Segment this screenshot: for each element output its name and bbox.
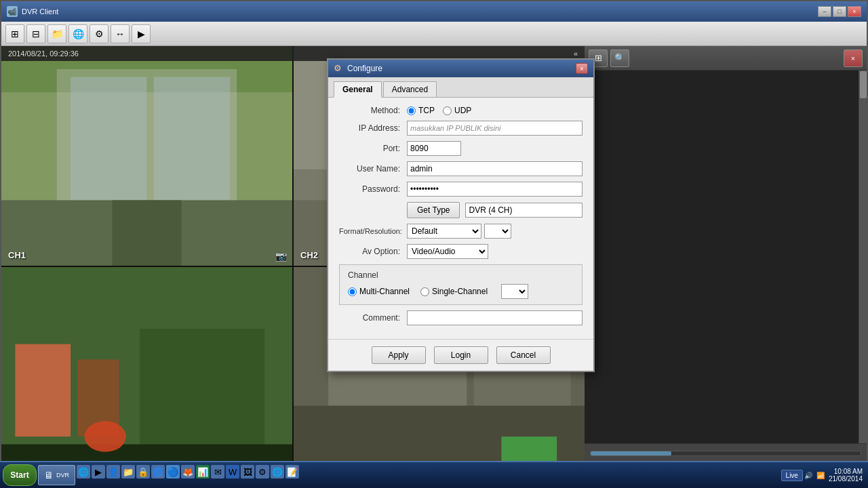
volume-icon[interactable]: 🔊	[804, 472, 812, 479]
panel-btn-close[interactable]: ×	[844, 49, 863, 67]
taskbar-live-status: Live	[781, 470, 803, 481]
toolbar-btn-play[interactable]: ▶	[132, 24, 151, 43]
toolbar-btn-network[interactable]: 🌐	[68, 24, 87, 43]
ip-label: IP Address:	[339, 123, 407, 133]
tab-general[interactable]: General	[334, 81, 382, 98]
minimize-button[interactable]: –	[818, 6, 831, 17]
dialog-body: Method: TCP UDP	[328, 98, 593, 339]
svg-rect-16	[15, 344, 71, 436]
taskbar: Start 🖥 DVR 🌐 ▶ 👤 📁 🔒 🌀 🔵 🦊 📊 ✉ W 🖼 ⚙ 🌐 …	[0, 461, 868, 488]
taskbar-settings-icon[interactable]: ⚙	[256, 465, 269, 479]
close-button[interactable]: ×	[848, 6, 861, 17]
password-input[interactable]	[407, 182, 583, 197]
toolbar-btn-expand[interactable]: ↔	[111, 24, 130, 43]
taskbar-folder-icon[interactable]: 📁	[121, 465, 135, 479]
username-row: User Name:	[339, 161, 583, 176]
format-label: Format/Resolution:	[339, 227, 407, 235]
port-row: Port:	[339, 141, 583, 156]
method-radio-group: TCP UDP	[407, 106, 583, 115]
taskbar-tools-icon[interactable]: 📝	[285, 465, 299, 479]
method-udp-radio[interactable]	[443, 106, 452, 115]
multi-channel-option[interactable]: Multi-Channel	[348, 287, 410, 296]
single-channel-option[interactable]: Single-Channel	[420, 287, 488, 296]
channel-select[interactable]	[501, 284, 528, 299]
method-udp-option[interactable]: UDP	[443, 106, 471, 115]
comment-row: Comment:	[339, 310, 583, 325]
taskbar-excel-icon[interactable]: 📊	[196, 465, 210, 479]
configure-dialog: ⚙ Configure × General Advanced Method:	[327, 58, 595, 372]
channel-legend: Channel	[348, 270, 574, 280]
app-window: 📹 DVR Client – □ × ⊞ ⊟ 📁 🌐 ⚙ ↔ ▶	[0, 0, 868, 488]
cam3-svg	[1, 267, 292, 487]
mini-screen	[585, 70, 867, 443]
camera-feed-ch3	[1, 267, 292, 487]
taskbar-user-icon[interactable]: 👤	[106, 465, 120, 479]
method-tcp-option[interactable]: TCP	[407, 106, 435, 115]
toolbar-btn-single[interactable]: ⊟	[26, 24, 45, 43]
start-button[interactable]: Start	[3, 464, 37, 486]
taskbar-dvr2-icon[interactable]: 🌀	[151, 465, 165, 479]
maximize-button[interactable]: □	[833, 6, 846, 17]
camera-cell-ch3[interactable]: CH3 📷	[1, 267, 292, 487]
toolbar-btn-grid[interactable]: ⊞	[5, 24, 24, 43]
taskbar-image-icon[interactable]: 🖼	[241, 465, 254, 479]
dialog-footer: Apply Login Cancel	[328, 339, 593, 371]
camera-feed-ch1	[1, 46, 292, 266]
taskbar-clock: 10:08 AM 21/08/2014	[829, 468, 863, 483]
taskbar-dvr-icon: 🖥	[44, 470, 54, 481]
taskbar-word-icon[interactable]: W	[226, 465, 239, 479]
camera-cell-ch1[interactable]: CH1 📷	[1, 46, 292, 266]
taskbar-mail-icon[interactable]: ✉	[211, 465, 224, 479]
taskbar-right: 🔊 📶 10:08 AM 21/08/2014	[804, 468, 865, 483]
toolbar-btn-open[interactable]: 📁	[47, 24, 66, 43]
panel-btn-search[interactable]: 🔍	[610, 49, 629, 67]
svg-rect-4	[154, 77, 230, 216]
comment-input[interactable]	[407, 310, 583, 325]
username-input[interactable]	[407, 161, 583, 176]
single-channel-label: Single-Channel	[432, 287, 488, 296]
multi-channel-radio[interactable]	[348, 287, 357, 296]
method-udp-label: UDP	[454, 106, 471, 115]
dialog-title-icon: ⚙	[334, 63, 344, 74]
comment-label: Comment:	[339, 313, 407, 323]
method-tcp-label: TCP	[418, 106, 435, 115]
taskbar-dvr-label: DVR	[56, 472, 69, 479]
tab-advanced[interactable]: Advanced	[383, 81, 437, 97]
collapse-icon[interactable]: «	[574, 49, 578, 58]
taskbar-network-icon[interactable]: 🌐	[271, 465, 284, 479]
taskbar-firefox-icon[interactable]: 🦊	[181, 465, 195, 479]
taskbar-app-dvr[interactable]: 🖥 DVR	[38, 465, 75, 485]
multi-channel-label: Multi-Channel	[359, 287, 410, 296]
apply-button[interactable]: Apply	[372, 346, 426, 364]
resolution-select[interactable]	[484, 224, 511, 239]
title-bar: 📹 DVR Client – □ ×	[1, 1, 867, 22]
get-type-result: DVR (4 CH)	[465, 203, 583, 218]
single-channel-radio[interactable]	[420, 287, 429, 296]
taskbar-chrome-icon[interactable]: 🔵	[166, 465, 180, 479]
av-select[interactable]: Video/Audio	[407, 244, 488, 259]
camera-icon-ch1: 📷	[275, 251, 287, 262]
timeline-bar[interactable]	[590, 451, 861, 456]
title-bar-left: 📹 DVR Client	[7, 6, 58, 17]
scrollbar-thumb	[860, 71, 867, 98]
av-row: Av Option: Video/Audio	[339, 244, 583, 259]
format-select[interactable]: Default	[407, 224, 481, 239]
method-tcp-radio[interactable]	[407, 106, 416, 115]
get-type-button[interactable]: Get Type	[407, 202, 460, 218]
taskbar-ie-icon[interactable]: 🌐	[77, 465, 90, 479]
mini-scrollbar[interactable]	[859, 70, 867, 443]
camera-label-ch1: CH1	[8, 250, 26, 260]
taskbar-media-icon[interactable]: ▶	[92, 465, 105, 479]
taskbar-apps: 🖥 DVR 🌐 ▶ 👤 📁 🔒 🌀 🔵 🦊 📊 ✉ W 🖼 ⚙ 🌐 📝	[38, 465, 780, 485]
dialog-title-text: Configure	[347, 64, 382, 73]
ip-input[interactable]	[407, 121, 583, 136]
login-button[interactable]: Login	[434, 346, 488, 364]
dialog-close-button[interactable]: ×	[576, 63, 588, 74]
toolbar-btn-settings[interactable]: ⚙	[90, 24, 108, 43]
cancel-button[interactable]: Cancel	[496, 346, 551, 364]
network-icon[interactable]: 📶	[816, 472, 825, 479]
port-input[interactable]	[407, 141, 461, 156]
taskbar-lock-icon[interactable]: 🔒	[136, 465, 150, 479]
username-label: User Name:	[339, 164, 407, 174]
method-label: Method:	[339, 106, 407, 115]
